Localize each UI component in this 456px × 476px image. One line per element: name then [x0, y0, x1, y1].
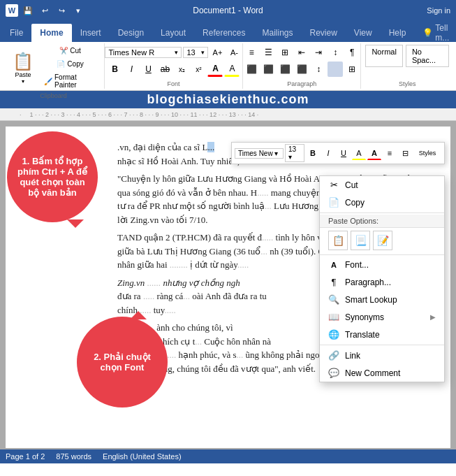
signin-button[interactable]: Sign in: [427, 6, 450, 15]
paste-button[interactable]: 📋 Paste ▾: [7, 45, 39, 91]
ctx-cut-label: Cut: [345, 180, 358, 190]
increase-font-button[interactable]: A+: [209, 45, 225, 60]
qa-dropdown-icon[interactable]: ▾: [71, 3, 85, 17]
mini-color-button[interactable]: A: [367, 146, 381, 160]
tab-tell-me[interactable]: 💡 Tell m...: [414, 24, 456, 42]
mini-numbering-button[interactable]: ⊟: [398, 146, 412, 160]
font-color-button[interactable]: A: [207, 62, 223, 77]
tab-insert[interactable]: Insert: [72, 24, 110, 42]
styles-group: Normal No Spac... Styles: [361, 43, 453, 89]
redo-icon[interactable]: ↪: [54, 3, 68, 17]
paste-icons-row: 📋 📃 📝: [320, 228, 444, 253]
line-spacing-button[interactable]: ↕: [311, 62, 326, 77]
mini-highlight-button[interactable]: A: [352, 146, 366, 160]
ribbon-body: 📋 Paste ▾ ✂️ Cut 📄 Copy 🖌️ Format Painte…: [0, 42, 456, 91]
tab-home[interactable]: Home: [31, 24, 71, 42]
lightbulb-icon: 💡: [422, 28, 433, 38]
ctx-font-label: Font...: [345, 260, 369, 270]
ctx-translate-item[interactable]: 🌐 Translate: [320, 326, 444, 343]
font-size-selector[interactable]: 13 ▾: [183, 47, 208, 58]
mini-styles-button[interactable]: Styles: [413, 146, 441, 160]
language: English (United States): [103, 452, 182, 461]
tab-view[interactable]: View: [346, 24, 381, 42]
copy-button[interactable]: 📄 Copy: [41, 58, 100, 70]
ctx-smart-lookup-item[interactable]: 🔍 Smart Lookup: [320, 291, 444, 308]
tab-design[interactable]: Design: [110, 24, 152, 42]
font-dropdown-icon: ▾: [175, 49, 178, 56]
cut-button[interactable]: ✂️ Cut: [41, 45, 100, 57]
italic-button[interactable]: I: [124, 62, 139, 77]
bold-button[interactable]: B: [107, 62, 122, 77]
tab-mailings[interactable]: Mailings: [253, 24, 301, 42]
mini-size-selector[interactable]: 13 ▾: [285, 144, 304, 162]
context-menu: ✂ Cut 📄 Copy Paste Options: 📋 📃 📝 A Font…: [319, 175, 445, 382]
style-normal[interactable]: Normal: [365, 45, 402, 67]
subscript-button[interactable]: x₂: [174, 62, 189, 77]
ctx-copy-label: Copy: [345, 198, 365, 208]
tab-layout[interactable]: Layout: [152, 24, 194, 42]
paste-icon: 📋: [13, 52, 34, 71]
bullets-button[interactable]: ≡: [244, 45, 259, 60]
align-right-button[interactable]: ⬛: [277, 62, 293, 77]
font-group-label: Font: [167, 79, 179, 87]
strikethrough-button[interactable]: ab: [157, 62, 172, 77]
sort-button[interactable]: ↕: [328, 45, 343, 60]
numbering-button[interactable]: ☰: [260, 45, 276, 60]
shading-button[interactable]: [328, 62, 343, 77]
align-left-button[interactable]: ⬛: [244, 62, 259, 77]
undo-icon[interactable]: ↩: [38, 3, 52, 17]
styles-group-label: Styles: [399, 79, 416, 87]
ctx-synonyms-label: Synonyms: [345, 312, 384, 322]
increase-indent-button[interactable]: ⇥: [311, 45, 326, 60]
tab-help[interactable]: Help: [381, 24, 415, 42]
copy-icon: 📄: [57, 60, 65, 68]
show-formatting-button[interactable]: ¶: [344, 45, 360, 60]
mini-bold-button[interactable]: B: [306, 146, 320, 160]
ctx-copy-item[interactable]: 📄 Copy: [320, 194, 444, 211]
style-normal-label: Normal: [372, 48, 396, 56]
tab-file[interactable]: File: [1, 24, 31, 42]
font-family-selector[interactable]: Times New R ▾: [105, 47, 182, 58]
align-center-button[interactable]: ⬛: [260, 62, 276, 77]
mini-italic-button[interactable]: I: [321, 146, 335, 160]
format-painter-icon: 🖌️: [44, 78, 52, 85]
ctx-link-item[interactable]: 🔗 Link: [320, 347, 444, 364]
mini-underline-button[interactable]: U: [337, 146, 351, 160]
style-no-spacing[interactable]: No Spac...: [406, 45, 449, 67]
ctx-synonyms-item[interactable]: 📖 Synonyms ▶: [320, 308, 444, 326]
format-painter-button[interactable]: 🖌️ Format Painter: [41, 71, 100, 91]
mini-bullets-button[interactable]: ≡: [383, 146, 397, 160]
ribbon-tabs: File Home Insert Design Layout Reference…: [0, 21, 456, 42]
word-count: 875 words: [56, 452, 91, 461]
ctx-smart-lookup-icon: 🔍: [328, 294, 339, 305]
decrease-font-button[interactable]: A-: [226, 45, 242, 60]
multilevel-list-button[interactable]: ⊞: [277, 45, 293, 60]
tab-review[interactable]: Review: [301, 24, 345, 42]
mini-font-selector[interactable]: Times New ▾: [235, 148, 284, 159]
justify-button[interactable]: ⬛: [294, 62, 309, 77]
paragraph-group: ≡ ☰ ⊞ ⇤ ⇥ ↕ ¶ ⬛ ⬛ ⬛ ⬛ ↕ ⊞ Paragraph: [243, 43, 362, 89]
borders-button[interactable]: ⊞: [344, 62, 360, 77]
highlight-button[interactable]: A: [224, 62, 240, 77]
underline-button[interactable]: U: [140, 62, 156, 77]
ctx-cut-item[interactable]: ✂ Cut: [320, 176, 444, 194]
paste-option-merge[interactable]: 📃: [351, 231, 370, 250]
tell-me-label: Tell m...: [435, 23, 449, 43]
paste-option-text-only[interactable]: 📝: [373, 231, 392, 250]
mini-toolbar: Times New ▾ 13 ▾ B I U A A ≡ ⊟ Styles: [231, 142, 445, 164]
tab-references[interactable]: References: [194, 24, 253, 42]
style-nospace-label: No Spac...: [412, 48, 436, 64]
callout-1: 1. Bấm tổ hợp phím Ctrl + A để quét chọn…: [7, 131, 98, 222]
ctx-synonyms-icon: 📖: [328, 312, 339, 322]
ctx-new-comment-item[interactable]: 💬 New Comment: [320, 364, 444, 382]
save-icon[interactable]: 💾: [21, 3, 35, 17]
decrease-indent-button[interactable]: ⇤: [294, 45, 309, 60]
ctx-font-item[interactable]: A Font...: [320, 257, 444, 273]
cut-icon: ✂️: [59, 47, 68, 55]
size-dropdown-icon: ▾: [201, 49, 205, 56]
superscript-button[interactable]: x²: [191, 62, 206, 77]
ctx-separator-2: [320, 254, 444, 255]
format-painter-label: Format Painter: [54, 73, 96, 89]
paste-option-keep-source[interactable]: 📋: [328, 231, 348, 250]
ctx-paragraph-item[interactable]: ¶ Paragraph...: [320, 273, 444, 291]
